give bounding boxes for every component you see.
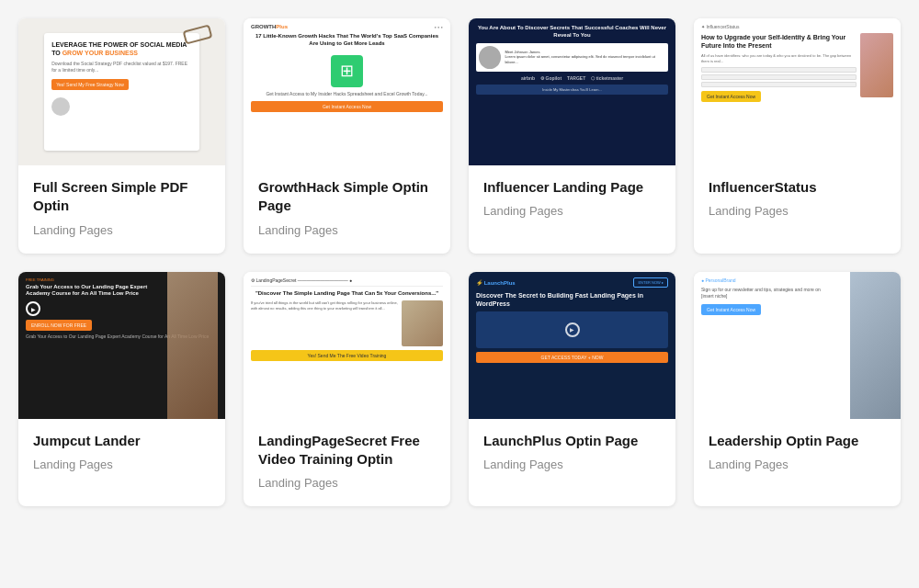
card-title-4: InfluencerStatus: [709, 178, 886, 197]
play-icon-7: ▶: [565, 322, 580, 337]
card-body-3: Influencer Landing Page Landing Pages: [469, 165, 675, 234]
card-title-2: GrowthHack Simple Optin Page: [258, 178, 436, 216]
card-body-6: LandingPageSecret Free Video Training Op…: [244, 419, 450, 507]
card-growthhack[interactable]: GROWTHPlus ● ● ● 17 Little-Known Growth …: [244, 18, 450, 254]
card-body-4: InfluencerStatus Landing Pages: [694, 165, 901, 234]
card-category-4: Landing Pages: [709, 204, 886, 218]
thumbnail-5: FREE TRAINING Grab Your Access to Our La…: [18, 272, 225, 419]
play-button-5: ▶: [26, 301, 40, 316]
card-body-7: LaunchPlus Optin Page Landing Pages: [469, 419, 675, 488]
card-category-5: Landing Pages: [33, 458, 210, 471]
card-category-1: Landing Pages: [33, 223, 210, 237]
card-landingpagesecret[interactable]: ⚙ LandingPageSecret ——————————— ● "Disco…: [244, 272, 450, 507]
spreadsheet-icon: ⊞: [331, 55, 363, 87]
card-title-3: Influencer Landing Page: [483, 178, 661, 197]
card-title-8: Leadership Optin Page: [709, 432, 886, 450]
card-category-3: Landing Pages: [483, 204, 661, 218]
card-title-1: Full Screen Simple PDF Optin: [33, 178, 210, 216]
card-body-8: Leadership Optin Page Landing Pages: [694, 419, 901, 488]
card-launchplus[interactable]: ⚡ LaunchPlus ENTER NOW ▸ Discover The Se…: [469, 272, 675, 507]
template-grid: LEVERAGE THE POWER OF SOCIAL MEDIA TO GR…: [18, 18, 901, 506]
thumbnail-1: LEVERAGE THE POWER OF SOCIAL MEDIA TO GR…: [18, 18, 225, 165]
thumbnail-2: GROWTHPlus ● ● ● 17 Little-Known Growth …: [244, 18, 450, 165]
video-preview-7: ▶: [476, 311, 668, 348]
card-body-5: Jumpcut Lander Landing Pages: [18, 419, 225, 488]
card-influencer-status[interactable]: ✦ InfluencerStatus How to Upgrade your S…: [694, 18, 901, 254]
video-image-6: [402, 300, 443, 346]
card-body-1: Full Screen Simple PDF Optin Landing Pag…: [18, 165, 225, 254]
card-title-7: LaunchPlus Optin Page: [483, 432, 661, 450]
thumbnail-8: ● PersonalBrand Sign up for our newslett…: [694, 272, 901, 419]
card-title-5: Jumpcut Lander: [33, 432, 210, 450]
card-jumpcut[interactable]: FREE TRAINING Grab Your Access to Our La…: [18, 272, 225, 507]
card-category-7: Landing Pages: [483, 458, 661, 471]
person-photo: [860, 33, 893, 97]
card-full-screen-pdf[interactable]: LEVERAGE THE POWER OF SOCIAL MEDIA TO GR…: [18, 18, 225, 254]
profile-avatar: [479, 46, 501, 69]
card-title-6: LandingPageSecret Free Video Training Op…: [258, 432, 436, 469]
thumbnail-3: You Are About To Discover Secrets That S…: [469, 18, 675, 165]
thumbnail-6: ⚙ LandingPageSecret ——————————— ● "Disco…: [244, 272, 450, 419]
card-leadership[interactable]: ● PersonalBrand Sign up for our newslett…: [694, 272, 901, 507]
card-category-6: Landing Pages: [258, 476, 436, 490]
card-category-2: Landing Pages: [258, 223, 436, 237]
thumbnail-7: ⚡ LaunchPlus ENTER NOW ▸ Discover The Se…: [469, 272, 675, 419]
person-photo-8: [850, 272, 901, 419]
card-influencer-landing[interactable]: You Are About To Discover Secrets That S…: [469, 18, 675, 254]
card-category-8: Landing Pages: [709, 458, 886, 471]
card-body-2: GrowthHack Simple Optin Page Landing Pag…: [244, 165, 450, 254]
thumbnail-4: ✦ InfluencerStatus How to Upgrade your S…: [694, 18, 901, 165]
